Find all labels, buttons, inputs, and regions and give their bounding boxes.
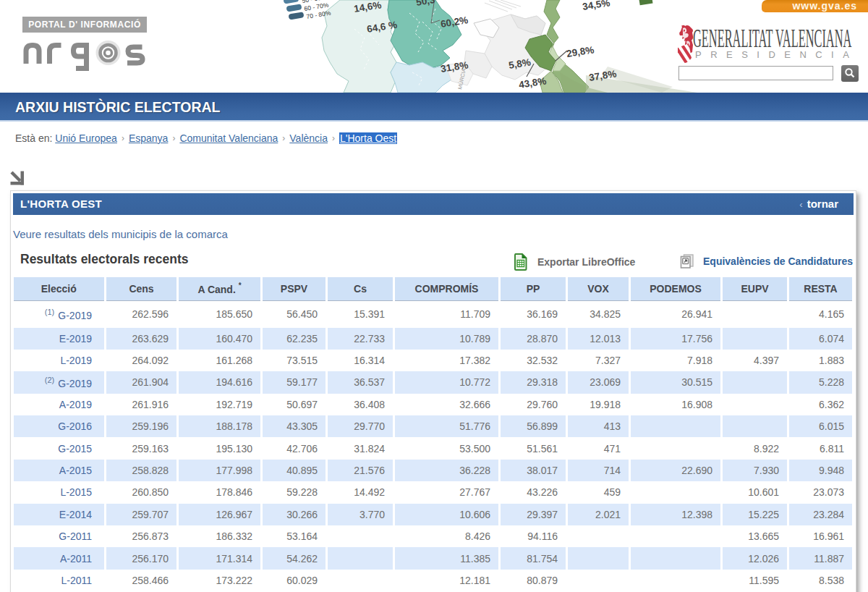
- svg-text:29,8%: 29,8%: [566, 44, 595, 59]
- svg-text:34,5%: 34,5%: [582, 0, 610, 12]
